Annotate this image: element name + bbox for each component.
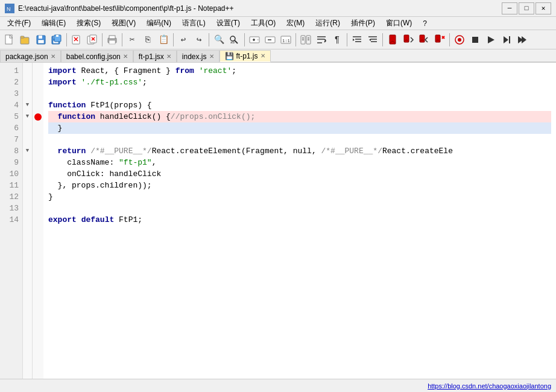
find-replace-button[interactable]: ab [227,33,242,47]
svg-rect-6 [39,36,42,39]
open-button[interactable] [18,33,33,47]
tab-label: index.js [182,52,207,61]
zoom-in-button[interactable] [247,33,262,47]
word-wrap-button[interactable] [314,33,329,47]
menu-window[interactable]: 窗口(W) [381,17,417,30]
tab-label: ft-p1.jsx [139,52,164,61]
bp-3[interactable] [34,90,42,98]
toolbar-separator-3 [122,33,122,46]
fold-btn-4[interactable]: ▼ [24,101,32,110]
print-button[interactable] [105,33,119,47]
tab-close-icon[interactable]: ✕ [51,54,55,60]
code-line-12: } [48,191,551,203]
bp-5[interactable] [34,113,42,121]
menu-encode[interactable]: 编码(N) [142,17,176,30]
bp-8[interactable] [34,148,42,155]
all-chars-button[interactable]: ¶ [330,33,344,47]
svg-rect-12 [56,35,58,37]
tab-package-json[interactable]: package.json ✕ [0,50,61,62]
tab-close-icon[interactable]: ✕ [123,54,128,60]
macro-play-button[interactable] [484,33,498,47]
new-button[interactable] [2,33,17,47]
bp-10[interactable] [34,171,42,178]
code-line-10: onClick: handleClick [48,168,551,180]
menu-edit[interactable]: 编辑(E) [37,17,71,30]
menu-help[interactable]: ? [418,18,432,29]
fold-btn-12 [24,193,32,201]
redo-button[interactable]: ↪ [192,33,206,47]
tab-ft-p1-js[interactable]: 💾 ft-p1.js ✕ [220,50,271,62]
code-editor[interactable]: import React, { Fragment } from 'react';… [43,63,556,379]
bp-2[interactable] [34,79,42,86]
copy-button[interactable]: ⎘ [141,33,155,47]
close-button[interactable]: ✕ [535,2,551,14]
line-numbers: 1 2 3 4 5 6 7 8 9 10 11 12 13 14 [0,63,23,379]
bookmark-toggle-button[interactable] [385,33,400,47]
bp-11[interactable] [34,182,42,189]
menu-tools[interactable]: 工具(O) [246,17,280,30]
menu-file[interactable]: 文件(F) [2,17,36,30]
status-url[interactable]: https://blog.csdn.net/chaogaoxiaojilanto… [428,382,551,390]
minimize-button[interactable]: ─ [502,2,517,14]
bp-6[interactable] [34,125,42,132]
bp-12[interactable] [34,194,42,201]
fold-btn-5[interactable]: ▼ [24,113,32,121]
code-line-7 [48,134,551,145]
bp-14[interactable] [34,217,42,224]
run-macro-button[interactable] [515,33,529,47]
menu-view[interactable]: 视图(V) [107,17,141,30]
code-line-8: return /*#__PURE__*/React.createElement(… [48,145,551,157]
bp-7[interactable] [34,136,42,144]
toolbar-separator-10 [449,33,450,46]
tab-babel-config[interactable]: babel.config.json ✕ [61,50,133,62]
close-doc-button[interactable] [69,33,84,47]
macro-stop-button[interactable] [468,33,482,47]
bp-9[interactable] [34,159,42,166]
clear-bookmarks-button[interactable] [432,33,447,47]
svg-marker-59 [504,36,508,43]
menu-language[interactable]: 语言(L) [177,17,210,30]
paste-button[interactable]: 📋 [156,33,171,47]
menu-plugin[interactable]: 插件(P) [346,17,380,30]
macro-save-button[interactable] [499,33,514,47]
fold-btn-9 [24,159,32,167]
menu-search[interactable]: 搜索(S) [72,17,106,30]
tab-label: babel.config.json [66,52,121,61]
bookmark-prev-button[interactable] [417,33,431,47]
tab-close-icon[interactable]: ✕ [209,54,214,60]
svg-rect-21 [109,36,115,39]
maximize-button[interactable]: □ [519,2,534,14]
menu-macro[interactable]: 宏(M) [282,17,309,30]
save-button[interactable] [34,33,48,47]
bp-1[interactable] [34,68,42,75]
toolbar-separator-6 [244,33,245,46]
toolbar: ✂ ⎘ 📋 ↩ ↪ 🔍 ab 1:1 ¶ [0,30,556,49]
bookmark-next-button[interactable] [401,33,415,47]
breakpoint-gutter [33,63,43,379]
menu-settings[interactable]: 设置(T) [212,17,245,30]
menu-run[interactable]: 运行(R) [311,17,345,30]
bp-4[interactable] [34,102,42,109]
outdent-button[interactable] [365,33,380,47]
svg-text:N: N [7,6,11,12]
tab-index-js[interactable]: index.js ✕ [177,50,220,62]
bp-13[interactable] [34,205,42,212]
save-all-button[interactable] [49,33,64,47]
zoom-out-button[interactable] [263,33,277,47]
tab-ft-p1-jsx[interactable]: ft-p1.jsx ✕ [133,50,177,62]
fold-btn-11 [24,182,32,190]
macro-record-button[interactable] [452,33,467,47]
close-all-button[interactable] [85,33,100,47]
undo-button[interactable]: ↩ [176,33,191,47]
sync-scroll-button[interactable] [299,33,313,47]
fold-btn-8[interactable]: ▼ [24,147,32,156]
svg-line-24 [235,40,238,43]
code-line-6: } [48,122,551,134]
indent-button[interactable] [350,33,364,47]
tab-close-icon[interactable]: ✕ [261,53,265,59]
find-button[interactable]: 🔍 [212,33,226,47]
tab-close-icon[interactable]: ✕ [166,54,171,60]
restore-zoom-button[interactable]: 1:1 [279,33,293,47]
toolbar-separator-2 [102,33,103,46]
cut-button[interactable]: ✂ [125,33,139,47]
